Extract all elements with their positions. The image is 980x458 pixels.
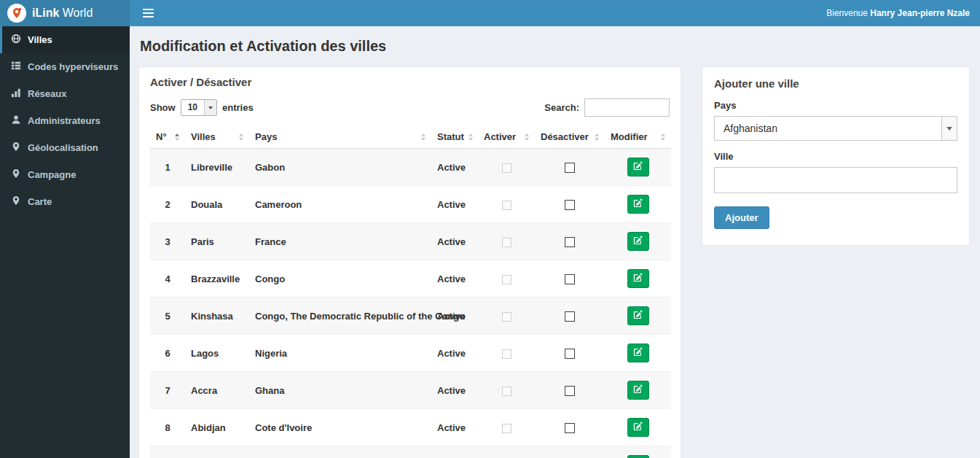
ville-cell: Lagos xyxy=(185,335,249,372)
table-panel: Activer / Désactiver Show 10 entries Sea… xyxy=(138,66,681,458)
statut-cell: Active xyxy=(431,260,478,298)
activer-checkbox xyxy=(502,312,511,322)
ajouter-button[interactable]: Ajouter xyxy=(714,206,769,229)
pays-cell: Nigeria xyxy=(249,335,431,372)
pays-cell: France xyxy=(249,223,431,260)
desactiver-checkbox[interactable] xyxy=(565,423,575,433)
edit-icon xyxy=(633,422,643,433)
table-row: 1 Libreville Gabon Active xyxy=(150,149,671,186)
add-panel-title: Ajouter une ville xyxy=(714,77,957,90)
page-title: Modification et Activation des villes xyxy=(140,38,970,55)
pays-cell: Congo xyxy=(249,260,431,298)
ville-input[interactable] xyxy=(714,167,957,193)
desactiver-checkbox[interactable] xyxy=(565,386,575,396)
edit-icon xyxy=(633,161,643,173)
sidebar-item-label: Codes hyperviseurs xyxy=(28,61,118,72)
search-input[interactable] xyxy=(584,98,670,117)
table-row: 8 Abidjan Cote d'Ivoire Active xyxy=(150,409,671,446)
sidebar-item-label: Villes xyxy=(28,34,52,45)
sidebar-item-label: Administrateurs xyxy=(28,115,101,126)
column-header-modifier[interactable]: Modifier xyxy=(605,125,671,149)
pays-cell: Cameroon xyxy=(249,186,431,223)
statut-cell: Active xyxy=(431,186,478,223)
statut-cell: Active xyxy=(431,149,478,186)
edit-icon xyxy=(633,198,643,210)
globe-icon xyxy=(11,34,21,46)
ville-cell: Paris xyxy=(185,223,249,260)
table-row: 9 Dakar Senegal Active xyxy=(150,446,671,458)
user-icon xyxy=(11,114,21,127)
statut-cell: Active xyxy=(431,372,478,409)
activer-checkbox xyxy=(502,349,511,359)
desactiver-checkbox[interactable] xyxy=(565,274,575,284)
edit-button[interactable] xyxy=(627,455,649,458)
desactiver-checkbox[interactable] xyxy=(565,200,575,210)
row-number: 8 xyxy=(150,409,185,446)
column-header-num[interactable]: N° xyxy=(150,125,185,149)
ville-cell: Brazzaville xyxy=(185,260,249,298)
ville-cell: Douala xyxy=(185,186,249,223)
brand-link[interactable]: iLink World xyxy=(0,0,130,26)
column-header-desactiver[interactable]: Désactiver xyxy=(535,125,605,149)
pays-cell: Congo, The Democratic Republic of the Co… xyxy=(249,298,431,335)
edit-button[interactable] xyxy=(627,306,649,325)
row-number: 3 xyxy=(150,223,185,260)
sidebar-item-reseaux[interactable]: Réseaux xyxy=(0,80,130,107)
table-panel-title: Activer / Désactiver xyxy=(150,76,670,88)
activer-checkbox xyxy=(502,387,511,396)
sidebar-toggle-icon[interactable] xyxy=(140,4,157,22)
desactiver-checkbox[interactable] xyxy=(565,311,575,322)
map-marker-icon xyxy=(11,141,21,154)
table-row: 3 Paris France Active xyxy=(150,223,671,260)
row-number: 1 xyxy=(150,149,185,186)
welcome-text: Bienvenue xyxy=(826,8,870,18)
sidebar-item-geolocalisation[interactable]: Géolocalisation xyxy=(0,134,130,161)
edit-button[interactable] xyxy=(627,418,649,437)
pays-cell: Ghana xyxy=(249,372,431,409)
pays-cell: Senegal xyxy=(249,446,431,458)
table-row: 4 Brazzaville Congo Active xyxy=(150,260,671,298)
desactiver-checkbox[interactable] xyxy=(565,237,575,247)
sidebar-item-carte[interactable]: Carte xyxy=(0,188,130,215)
map-marker-icon xyxy=(11,195,21,208)
sort-icon xyxy=(417,133,426,141)
edit-button[interactable] xyxy=(627,381,649,400)
edit-button[interactable] xyxy=(627,195,649,214)
column-header-pays[interactable]: Pays xyxy=(249,125,431,149)
sidebar-item-label: Carte xyxy=(28,196,52,207)
entries-select[interactable]: 10 xyxy=(181,99,217,116)
map-marker-icon xyxy=(11,168,21,181)
edit-button[interactable] xyxy=(627,158,649,176)
edit-button[interactable] xyxy=(627,232,649,251)
sidebar-item-administrateurs[interactable]: Administrateurs xyxy=(0,107,130,134)
sidebar-item-codes-hyperviseurs[interactable]: Codes hyperviseurs xyxy=(0,53,130,80)
row-number: 4 xyxy=(150,260,185,298)
sort-icon xyxy=(464,133,473,141)
sort-icon xyxy=(170,133,179,141)
villes-table: N° Villes Pays Statut Activer Désactiver… xyxy=(150,125,671,458)
ville-cell: Kinshasa xyxy=(185,298,249,335)
sort-icon xyxy=(520,133,529,141)
column-header-activer[interactable]: Activer xyxy=(478,125,535,149)
column-header-villes[interactable]: Villes xyxy=(185,125,249,149)
pays-select[interactable]: Afghanistan xyxy=(714,116,957,141)
edit-button[interactable] xyxy=(627,269,649,288)
column-header-statut[interactable]: Statut xyxy=(431,125,478,149)
show-label: Show xyxy=(150,102,176,113)
sidebar-item-campagne[interactable]: Campagne xyxy=(0,161,130,188)
sidebar-item-label: Géolocalisation xyxy=(28,142,98,153)
brand-title: iLink World xyxy=(32,7,93,20)
list-icon xyxy=(11,61,21,73)
edit-icon xyxy=(633,273,643,284)
edit-button[interactable] xyxy=(627,344,649,362)
pays-cell: Gabon xyxy=(249,149,431,186)
edit-icon xyxy=(633,236,643,247)
row-number: 7 xyxy=(150,372,185,409)
entries-label: entries xyxy=(222,102,254,113)
user-menu[interactable]: Bienvenue Hanry Jean-pierre Nzale xyxy=(826,8,970,18)
sidebar-item-villes[interactable]: Villes xyxy=(0,26,130,53)
desactiver-checkbox[interactable] xyxy=(565,163,575,173)
table-row: 6 Lagos Nigeria Active xyxy=(150,335,671,372)
activer-checkbox xyxy=(502,163,511,173)
desactiver-checkbox[interactable] xyxy=(565,349,575,359)
